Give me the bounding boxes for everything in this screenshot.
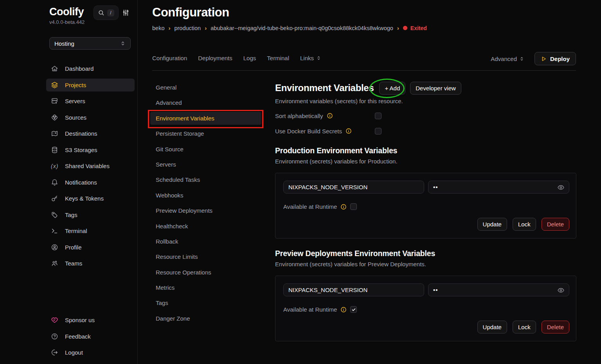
delete-button[interactable]: Delete bbox=[542, 321, 569, 334]
sidebar-item-tags[interactable]: Tags bbox=[46, 208, 135, 221]
update-button[interactable]: Update bbox=[477, 218, 507, 231]
info-icon[interactable] bbox=[345, 128, 352, 134]
tab-links-dropdown[interactable]: Links bbox=[300, 55, 321, 61]
subnav-environment-variables[interactable]: Environment Variables bbox=[150, 112, 261, 125]
git-source-icon bbox=[51, 114, 58, 121]
subnav-healthcheck[interactable]: Healthcheck bbox=[150, 220, 261, 233]
breadcrumb-separator: › bbox=[397, 25, 399, 31]
variable-name-input[interactable]: NIXPACKS_NODE_VERSION bbox=[283, 283, 424, 296]
sidebar-item-notifications[interactable]: Notifications bbox=[46, 176, 135, 189]
settings-sliders-icon[interactable] bbox=[122, 9, 130, 16]
subnav-git-source[interactable]: Git Source bbox=[150, 143, 261, 156]
eye-icon[interactable] bbox=[557, 184, 565, 191]
sidebar-item-sponsor-us[interactable]: Sponsor us bbox=[46, 314, 135, 326]
sidebar: Coolify / v4.0.0-beta.442 Hosting Dashbo… bbox=[0, 0, 138, 364]
sidebar-item-destinations[interactable]: Destinations bbox=[46, 127, 135, 140]
advanced-label: Advanced bbox=[491, 56, 517, 62]
team-select[interactable]: Hosting bbox=[49, 37, 131, 50]
developer-view-button[interactable]: Developer view bbox=[410, 82, 461, 95]
sidebar-item-keys-tokens[interactable]: Keys & Tokens bbox=[46, 192, 135, 205]
sidebar-item-label: Teams bbox=[65, 260, 82, 267]
bell-icon bbox=[51, 179, 58, 186]
app-version: v4.0.0-beta.442 bbox=[49, 19, 85, 25]
subnav-persistent-storage[interactable]: Persistent Storage bbox=[150, 127, 261, 140]
sidebar-item-teams[interactable]: Teams bbox=[46, 257, 135, 270]
available-at-runtime-row: Available at Runtime bbox=[283, 306, 569, 313]
subnav-danger-zone[interactable]: Danger Zone bbox=[150, 312, 261, 325]
sidebar-item-profile[interactable]: Profile bbox=[46, 241, 135, 254]
sidebar-item-label: Logout bbox=[65, 349, 83, 356]
tab-links-label: Links bbox=[300, 55, 314, 61]
sidebar-item-s3-storages[interactable]: S3 Storages bbox=[46, 143, 135, 156]
deploy-button[interactable]: Deploy bbox=[534, 52, 576, 65]
info-icon[interactable] bbox=[340, 307, 347, 313]
variable-value-input[interactable]: •• bbox=[428, 181, 569, 194]
sidebar-item-feedback[interactable]: Feedback bbox=[46, 330, 135, 343]
sort-alphabetically-checkbox[interactable] bbox=[375, 113, 381, 119]
breadcrumb-team[interactable]: beko bbox=[152, 25, 164, 31]
search-shortcut-key: / bbox=[107, 9, 114, 16]
available-at-runtime-label: Available at Runtime bbox=[283, 203, 337, 210]
sidebar-item-projects[interactable]: Projects bbox=[46, 79, 135, 91]
update-button[interactable]: Update bbox=[477, 321, 507, 334]
subnav-scheduled-tasks[interactable]: Scheduled Tasks bbox=[150, 173, 261, 186]
tab-logs[interactable]: Logs bbox=[243, 55, 256, 61]
production-section-subtitle: Environment (secrets) variables for Prod… bbox=[275, 158, 576, 165]
available-at-runtime-checkbox[interactable] bbox=[350, 306, 357, 313]
help-icon bbox=[51, 333, 58, 340]
variable-name-input[interactable]: NIXPACKS_NODE_VERSION bbox=[283, 181, 424, 194]
add-variable-button[interactable]: + Add bbox=[379, 82, 405, 95]
subnav-advanced[interactable]: Advanced bbox=[150, 96, 261, 109]
tab-deployments[interactable]: Deployments bbox=[198, 55, 232, 61]
subnav-rollback[interactable]: Rollback bbox=[150, 235, 261, 248]
info-icon[interactable] bbox=[340, 204, 347, 210]
sidebar-item-label: Profile bbox=[65, 244, 82, 251]
preview-variable-card: NIXPACKS_NODE_VERSION •• Available at Ru… bbox=[275, 276, 576, 341]
sidebar-item-terminal[interactable]: Terminal bbox=[46, 224, 135, 237]
docker-build-secrets-checkbox[interactable] bbox=[375, 128, 381, 134]
subnav-resource-limits[interactable]: Resource Limits bbox=[150, 250, 261, 263]
breadcrumb-separator: › bbox=[168, 25, 170, 31]
sidebar-item-dashboard[interactable]: Dashboard bbox=[46, 62, 135, 75]
logout-icon bbox=[51, 349, 58, 356]
sidebar-footer: Sponsor us Feedback Logout bbox=[46, 314, 135, 362]
search-button[interactable]: / bbox=[94, 5, 119, 20]
variable-value-input[interactable]: •• bbox=[428, 283, 569, 296]
delete-button[interactable]: Delete bbox=[542, 218, 569, 231]
user-icon bbox=[51, 244, 58, 251]
available-at-runtime-checkbox[interactable] bbox=[350, 203, 357, 210]
subnav-resource-operations[interactable]: Resource Operations bbox=[150, 266, 261, 279]
production-variable-card: NIXPACKS_NODE_VERSION •• Available at Ru… bbox=[275, 173, 576, 238]
tag-icon bbox=[51, 211, 58, 219]
tab-configuration[interactable]: Configuration bbox=[152, 55, 187, 61]
sidebar-item-servers[interactable]: Servers bbox=[46, 95, 135, 108]
subnav-general[interactable]: General bbox=[150, 81, 261, 94]
breadcrumb-environment[interactable]: production bbox=[174, 25, 201, 31]
sidebar-item-label: Sources bbox=[65, 114, 86, 121]
sidebar-item-logout[interactable]: Logout bbox=[46, 346, 135, 359]
lock-button[interactable]: Lock bbox=[513, 218, 536, 231]
team-select-value: Hosting bbox=[54, 40, 74, 47]
sidebar-item-sources[interactable]: Sources bbox=[46, 111, 135, 124]
sidebar-item-shared-variables[interactable]: (x) Shared Variables bbox=[46, 160, 135, 172]
sidebar-item-label: Projects bbox=[65, 82, 86, 88]
subnav-preview-deployments[interactable]: Preview Deployments bbox=[150, 204, 261, 217]
app-logo[interactable]: Coolify bbox=[49, 6, 84, 18]
subnav-servers[interactable]: Servers bbox=[150, 158, 261, 171]
environment-variables-panel: Environment Variables + Add Developer vi… bbox=[275, 81, 576, 341]
subnav-metrics[interactable]: Metrics bbox=[150, 281, 261, 294]
sidebar-item-label: Notifications bbox=[65, 179, 97, 186]
layers-icon bbox=[51, 81, 58, 89]
docker-build-secrets-row: Use Docker Build Secrets bbox=[275, 127, 576, 135]
available-at-runtime-label: Available at Runtime bbox=[283, 306, 337, 313]
info-icon[interactable] bbox=[327, 113, 333, 119]
subnav-webhooks[interactable]: Webhooks bbox=[150, 189, 261, 202]
advanced-dropdown[interactable]: Advanced bbox=[491, 56, 524, 62]
sidebar-item-label: S3 Storages bbox=[65, 147, 97, 153]
lock-button[interactable]: Lock bbox=[513, 321, 536, 334]
tab-terminal[interactable]: Terminal bbox=[267, 55, 289, 61]
breadcrumb-resource[interactable]: abubakar--meigag/vid-tube-beko-pro:main-… bbox=[211, 25, 393, 31]
header-divider bbox=[152, 70, 576, 71]
eye-icon[interactable] bbox=[557, 287, 565, 294]
subnav-tags[interactable]: Tags bbox=[150, 296, 261, 309]
